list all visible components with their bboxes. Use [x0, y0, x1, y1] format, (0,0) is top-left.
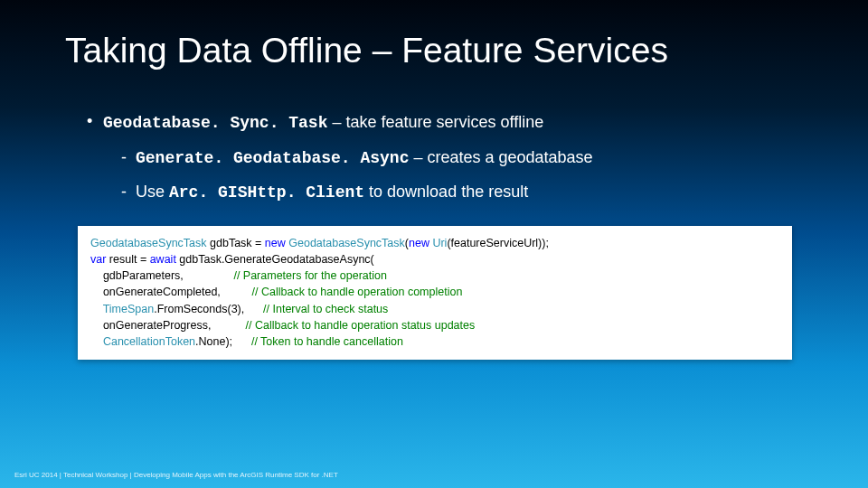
code-block: GeodatabaseSyncTask gdbTask = new Geodat… [78, 226, 792, 360]
bullet-1a: Generate. Geodatabase. Async – creates a… [121, 145, 593, 173]
bullet-1b-text: to download the result [364, 183, 528, 201]
bullet-1-code: Geodatabase. Sync. Task [103, 114, 327, 132]
bullet-list: Geodatabase. Sync. Task – take feature s… [87, 108, 593, 207]
bullet-1: Geodatabase. Sync. Task – take feature s… [87, 108, 593, 137]
bullet-1-text: – take feature services offline [327, 113, 543, 131]
slide-title: Taking Data Offline – Feature Services [65, 31, 668, 70]
bullet-1b-pre: Use [136, 183, 169, 201]
bullet-1a-text: – creates a geodatabase [409, 148, 592, 166]
bullet-1a-code: Generate. Geodatabase. Async [136, 149, 409, 167]
footer-text: Esri UC 2014 | Technical Workshop | Deve… [14, 471, 338, 479]
bullet-1b: Use Arc. GISHttp. Client to download the… [121, 179, 593, 207]
bullet-1b-code: Arc. GISHttp. Client [169, 183, 364, 202]
